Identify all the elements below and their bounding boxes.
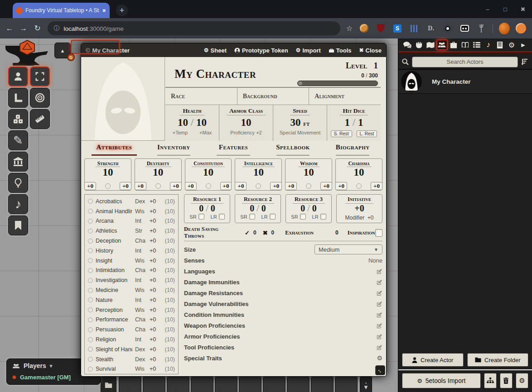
initiative-value[interactable]: +0	[337, 204, 382, 213]
initiative-box[interactable]: Initiative +0 Modifier +0	[336, 194, 382, 223]
skill-name[interactable]: History	[96, 248, 132, 254]
macro-slot[interactable]	[263, 376, 285, 392]
short-rest-button[interactable]: S. Rest	[331, 130, 352, 137]
armor-class-box[interactable]: Armor Class 10 Proficiency +2	[219, 105, 273, 141]
ability-box[interactable]: Constitution 10 +0 +0	[185, 158, 232, 191]
hp-value[interactable]: 10 / 10	[165, 117, 219, 129]
skill-proficiency-toggle[interactable]	[88, 229, 93, 234]
edit-trait-icon[interactable]	[377, 279, 382, 285]
skill-proficiency-toggle[interactable]	[88, 219, 93, 224]
macro-folder-button[interactable]	[101, 376, 116, 392]
speed-value[interactable]: 30 ft	[273, 117, 327, 129]
5etools-import-button[interactable]: ⚙ 5etools Import	[402, 373, 481, 388]
skill-proficiency-toggle[interactable]	[88, 297, 93, 302]
max-hp-button[interactable]: +Max	[199, 130, 212, 135]
reload-button[interactable]: ↻	[34, 24, 42, 33]
health-box[interactable]: Health 10 / 10 +Temp+Max	[165, 105, 219, 141]
edit-trait-icon[interactable]	[377, 334, 382, 339]
browser-menu-button[interactable]	[516, 23, 527, 34]
select-tool-button[interactable]	[30, 67, 50, 86]
bookmark-star-icon[interactable]: ☆	[346, 24, 353, 33]
forward-button[interactable]: →	[19, 24, 28, 33]
create-folder-button[interactable]: Create Folder	[467, 353, 529, 367]
death-fail-icon[interactable]: ✖	[263, 229, 268, 236]
ability-modifier[interactable]: +0	[235, 182, 247, 190]
search-actors-input[interactable]	[412, 57, 518, 67]
death-fail-count[interactable]: 0	[271, 229, 275, 236]
sound-controls-button[interactable]: ♪	[8, 194, 28, 214]
detail-field[interactable]: Background	[237, 88, 310, 105]
hotbar-page-down-icon[interactable]: ▼	[363, 385, 369, 390]
skill-name[interactable]: Persuasion	[96, 326, 132, 333]
skill-row[interactable]: Sleight of Hand Dex +0 (10)	[88, 344, 175, 354]
hit-dice-value[interactable]: 1 / 1	[327, 117, 381, 129]
window-header[interactable]: © My Character ⚙Sheet Prototype Token ⚙I…	[81, 43, 386, 57]
tab-tables[interactable]	[471, 39, 483, 50]
delete-button[interactable]	[500, 373, 513, 388]
edit-trait-icon[interactable]	[377, 323, 382, 329]
ac-value[interactable]: 10	[219, 117, 273, 129]
skill-proficiency-toggle[interactable]	[88, 357, 93, 362]
save-proficiency-toggle[interactable]	[155, 183, 161, 189]
skill-proficiency-toggle[interactable]	[88, 288, 93, 293]
ability-value[interactable]: 10	[185, 167, 232, 178]
address-bar[interactable]: ⓘ localhost:30000/game	[48, 21, 340, 35]
skill-proficiency-toggle[interactable]	[88, 367, 93, 372]
macro-slot[interactable]	[167, 376, 189, 392]
tab-settings[interactable]: ⚙	[506, 39, 517, 50]
macro-slot[interactable]	[335, 376, 358, 392]
skill-row[interactable]: Persuasion Cha +0 (10)	[88, 325, 175, 335]
skill-name[interactable]: Deception	[96, 238, 132, 244]
skill-name[interactable]: Animal Handling	[96, 208, 132, 215]
skill-proficiency-toggle[interactable]	[88, 268, 93, 273]
temp-hp-button[interactable]: +Temp	[173, 130, 188, 135]
new-tab-button[interactable]: +	[116, 5, 128, 16]
settings-button[interactable]: ⚙	[516, 373, 528, 388]
skill-row[interactable]: Nature Int +0 (10)	[88, 295, 175, 305]
sort-icon[interactable]	[521, 58, 528, 65]
tab-compendium[interactable]	[494, 39, 506, 50]
size-select[interactable]: Medium▼	[314, 244, 382, 254]
window-resize-handle[interactable]: ↔	[375, 365, 385, 375]
inspiration-checkbox[interactable]	[375, 229, 383, 237]
close-window-button[interactable]: ✖Close	[359, 47, 382, 54]
notes-controls-button[interactable]	[8, 215, 28, 235]
ability-modifier[interactable]: +0	[335, 182, 347, 190]
ability-save[interactable]: +0	[220, 182, 232, 190]
skill-proficiency-toggle[interactable]	[88, 327, 93, 332]
ability-value[interactable]: 10	[285, 167, 332, 178]
tab-scenes[interactable]	[425, 39, 436, 50]
skill-row[interactable]: Religion Int +0 (10)	[88, 335, 175, 344]
hit-dice-box[interactable]: Hit Dice 1 / 1 S. Rest L. Rest	[327, 105, 381, 141]
speed-box[interactable]: Speed 30 ft Special Movement	[273, 105, 327, 141]
create-actor-button[interactable]: Create Actor	[402, 353, 464, 367]
ability-modifier[interactable]: +0	[84, 182, 96, 190]
skill-name[interactable]: Acrobatics	[96, 198, 132, 205]
skill-name[interactable]: Investigation	[96, 277, 132, 283]
hotbar-page-control[interactable]: ▴ ▼	[360, 376, 372, 392]
save-proficiency-toggle[interactable]	[306, 183, 311, 189]
skill-name[interactable]: Survival	[96, 366, 132, 372]
edit-trait-icon[interactable]	[377, 301, 382, 307]
macro-slot[interactable]	[287, 376, 310, 392]
skill-row[interactable]: Medicine Wis +0 (10)	[88, 285, 175, 295]
skill-proficiency-toggle[interactable]	[88, 199, 93, 204]
character-portrait[interactable]	[81, 57, 165, 141]
site-info-icon[interactable]: ⓘ	[54, 24, 60, 33]
ruler-tool-button[interactable]	[30, 109, 50, 129]
lr-checkbox[interactable]	[320, 214, 326, 220]
skill-proficiency-toggle[interactable]	[88, 307, 93, 312]
drawing-controls-button[interactable]: ✎	[8, 130, 28, 150]
measure-controls-button[interactable]	[8, 88, 28, 108]
extension-lens-icon[interactable]	[442, 23, 453, 34]
save-proficiency-toggle[interactable]	[105, 183, 111, 189]
skill-proficiency-toggle[interactable]	[88, 317, 93, 322]
save-proficiency-toggle[interactable]	[256, 183, 261, 189]
edit-trait-icon[interactable]	[377, 290, 382, 296]
sr-checkbox[interactable]	[198, 214, 204, 220]
ability-box[interactable]: Charisma 10 +0 +0	[335, 158, 382, 191]
import-button[interactable]: ⚙Import	[296, 47, 321, 54]
lr-checkbox[interactable]	[219, 214, 225, 220]
window-close-button[interactable]: ✖	[514, 0, 532, 18]
browser-profile-avatar[interactable]	[499, 23, 510, 34]
